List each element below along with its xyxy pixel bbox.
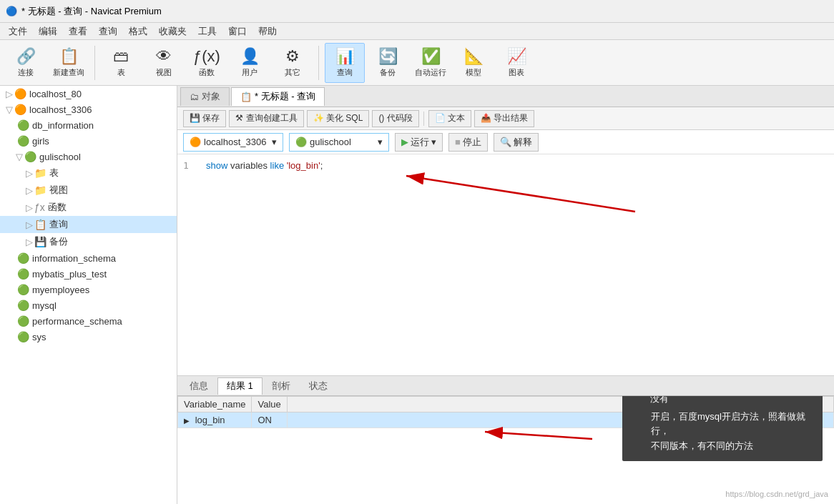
mysql-label: mysql [32,300,57,311]
sidebar-item-performance-schema[interactable]: 🟢performance_schema [0,313,177,329]
queries-folder-label: 查询 [49,218,68,231]
connect-btn-label: 连接 [18,67,34,78]
connection-selector[interactable]: 🟠localhost_3306▾ [183,133,283,152]
beautify-btn[interactable]: ✨ 美化 SQL [307,110,370,127]
sidebar-item-views-folder[interactable]: ▷📁视图 [0,182,177,199]
sidebar-item-backups-folder[interactable]: ▷💾备份 [0,233,177,250]
table-btn[interactable]: 🗃表 [101,43,141,83]
stop-button[interactable]: ■ 停止 [448,133,488,152]
sidebar-item-localhost-3306[interactable]: ▽🟠localhost_3306 [0,102,177,117]
col-header-value: Value [252,397,287,412]
autorun-btn-icon: ✅ [421,47,441,66]
db-information-icon: 🟢 [17,119,29,131]
menu-item-工具[interactable]: 工具 [192,24,222,39]
result1-tab[interactable]: 结果 1 [217,377,263,395]
chart-btn-icon: 📈 [507,47,526,66]
model-btn[interactable]: 📐模型 [453,43,494,83]
view-btn[interactable]: 👁视图 [144,43,184,83]
table-btn-label: 表 [117,67,125,78]
sidebar-item-sys[interactable]: 🟢sys [0,329,177,345]
girls-icon: 🟢 [17,135,29,147]
tables-folder-expand-icon: ▷ [26,168,33,179]
profiling-tab[interactable]: 剖析 [263,377,300,395]
text-btn[interactable]: 📄 文本 [428,110,471,127]
query-toolbar: 💾 保存⚒ 查询创建工具✨ 美化 SQL() 代码段📄 文本📤 导出结果 [177,107,834,130]
functions-folder-expand-icon: ▷ [26,202,33,213]
user-btn-label: 用户 [242,67,257,78]
new-query-btn-icon: 📋 [59,47,79,66]
db-bar: 🟠localhost_3306▾🟢gulischool▾▶ 运行 ▾■ 停止🔍 … [177,130,834,154]
tooltip-box: 1 如果是ON就是开启，如果是OFF就是没有 开启，百度mysql开启方法，照着… [622,396,823,461]
autorun-btn-label: 自动运行 [415,67,446,78]
gulischool-icon: 🟢 [24,151,36,162]
mybatis-plus-test-label: mybatis_plus_test [32,269,107,280]
build-query-btn[interactable]: ⚒ 查询创建工具 [229,110,303,127]
autorun-btn[interactable]: ✅自动运行 [411,43,451,83]
views-folder-label: 视图 [49,184,68,197]
user-btn[interactable]: 👤用户 [230,43,270,83]
database-selector[interactable]: 🟢gulischool▾ [289,133,389,152]
views-folder-icon: 📁 [34,184,46,196]
chart-btn[interactable]: 📈图表 [496,43,536,83]
conn-chevron: ▾ [272,137,277,147]
sidebar-item-queries-folder[interactable]: ▷📋查询 [0,216,177,233]
menu-item-查询[interactable]: 查询 [93,24,123,39]
toolbar-sep-7 [318,46,319,80]
info-tab[interactable]: 信息 [180,377,217,395]
svg-line-3 [485,432,592,439]
sidebar-item-functions-folder[interactable]: ▷ƒx函数 [0,199,177,216]
sidebar-item-db-information[interactable]: 🟢db_information [0,117,177,133]
title-icon: 🔵 [6,6,17,16]
menu-item-窗口[interactable]: 窗口 [222,24,252,39]
query-btn-active[interactable]: 📊查询 [325,43,365,83]
toolbar: 🔗连接📋新建查询🗃表👁视图ƒ(x)函数👤用户⚙其它📊查询🔄备份✅自动运行📐模型📈… [0,40,834,86]
localhost-80-arrow: ▷ [6,89,13,99]
query-tab[interactable]: 📋* 无标题 - 查询 [231,87,325,106]
export-btn[interactable]: 📤 导出结果 [474,110,534,127]
sidebar-item-localhost-80[interactable]: ▷🟠localhost_80 [0,86,177,102]
mysql-icon: 🟢 [17,300,29,311]
menu-item-格式[interactable]: 格式 [123,24,153,39]
sidebar-item-gulischool[interactable]: ▽🟢gulischool [0,149,177,164]
query-tab-icon: 📋 [240,92,252,102]
backup-btn[interactable]: 🔄备份 [368,43,408,83]
toolbar-sep-2 [94,46,95,80]
sidebar-item-mysql[interactable]: 🟢mysql [0,297,177,313]
title-bar: 🔵 * 无标题 - 查询 - Navicat Premium [0,0,834,23]
sidebar-item-girls[interactable]: 🟢girls [0,133,177,149]
menu-item-帮助[interactable]: 帮助 [252,24,283,39]
watermark: https://blog.csdn.net/grd_java [725,490,828,498]
other-btn[interactable]: ⚙其它 [273,43,313,83]
sidebar-item-myemployees[interactable]: 🟢myemployees [0,282,177,297]
result-table: Variable_name Value ▶ log_bin [177,396,834,504]
menu-item-收藏夹[interactable]: 收藏夹 [153,24,192,39]
girls-label: girls [32,136,49,147]
status-tab[interactable]: 状态 [300,377,337,395]
objects-tab[interactable]: 🗂对象 [180,87,230,106]
localhost-80-icon: 🟠 [14,88,26,99]
gulischool-label: gulischool [39,152,81,162]
table-btn-icon: 🗃 [113,47,129,66]
tooltip-line2: 开启，百度mysql开启方法，照着做就行， [651,410,813,440]
menu-item-查看[interactable]: 查看 [63,24,93,39]
explain-button[interactable]: 🔍 解释 [494,133,539,152]
mybatis-plus-test-icon: 🟢 [17,268,29,280]
save-btn[interactable]: 💾 保存 [183,110,226,127]
model-btn-icon: 📐 [464,47,484,66]
menu-item-文件[interactable]: 文件 [3,24,33,39]
function-btn[interactable]: ƒ(x)函数 [187,43,227,83]
sidebar-item-tables-folder[interactable]: ▷📁表 [0,164,177,182]
code-block-btn[interactable]: () 代码段 [372,110,418,127]
col-header-variable: Variable_name [178,397,252,412]
new-query-btn[interactable]: 📋新建查询 [49,43,89,83]
db-icon: 🟢 [295,137,307,147]
connect-btn[interactable]: 🔗连接 [6,43,46,83]
run-icon: ▶ [401,137,408,147]
run-button[interactable]: ▶ 运行 ▾ [395,133,443,152]
menu-item-编辑[interactable]: 编辑 [33,24,63,39]
sidebar-item-information-schema[interactable]: 🟢information_schema [0,250,177,266]
connect-btn-icon: 🔗 [16,47,36,66]
code-editor[interactable]: 1 show variables like 'log_bin'; [177,154,834,375]
sidebar-item-mybatis-plus-test[interactable]: 🟢mybatis_plus_test [0,266,177,282]
gulischool-expand-icon: ▽ [16,152,23,162]
